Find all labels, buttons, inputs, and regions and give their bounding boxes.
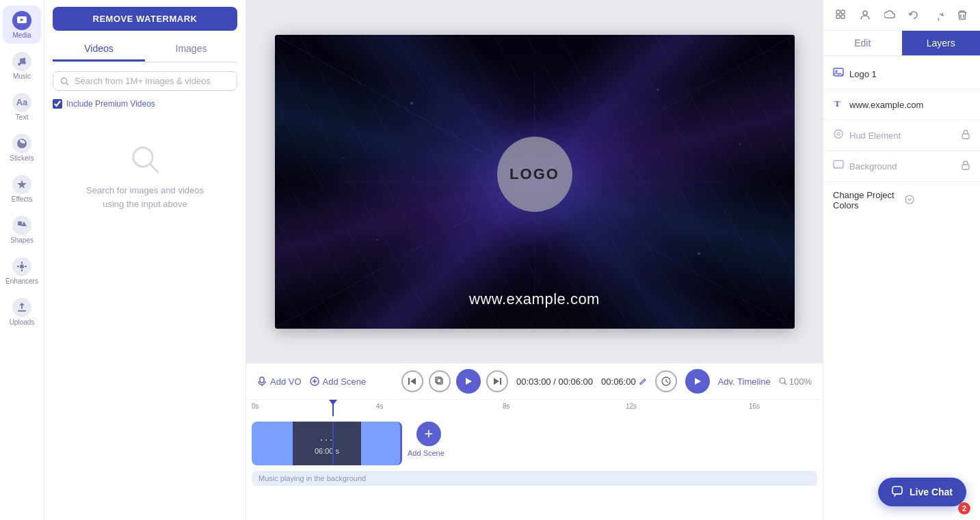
tab-images[interactable]: Images xyxy=(145,38,237,61)
sidebar-item-stickers[interactable]: Stickers xyxy=(3,128,41,167)
tab-videos[interactable]: Videos xyxy=(53,38,145,61)
divider-2 xyxy=(823,120,980,120)
search-empty-text: Search for images and videos using the i… xyxy=(86,184,204,210)
text-layer-icon: T xyxy=(833,98,844,111)
premium-checkbox[interactable] xyxy=(53,99,62,109)
zoom-control[interactable]: 100% xyxy=(779,377,812,387)
clip-left[interactable] xyxy=(252,422,293,465)
layer-logo1[interactable]: Logo 1 xyxy=(823,61,980,86)
clip-right[interactable] xyxy=(361,422,402,465)
svg-point-64 xyxy=(905,195,914,204)
svg-line-47 xyxy=(666,381,668,383)
add-scene-button[interactable]: + xyxy=(416,422,441,446)
play-button[interactable] xyxy=(456,369,481,394)
svg-line-18 xyxy=(535,35,795,182)
svg-point-29 xyxy=(376,238,378,241)
svg-marker-43 xyxy=(494,378,499,385)
svg-rect-33 xyxy=(260,377,264,383)
sidebar-item-media[interactable]: Media xyxy=(3,5,41,44)
sidebar-item-shapes[interactable]: Shapes xyxy=(3,210,41,249)
uploads-icon xyxy=(12,298,31,317)
svg-point-31 xyxy=(343,157,344,159)
playback-controls xyxy=(401,369,508,394)
redo-icon xyxy=(933,10,944,20)
clock-button[interactable] xyxy=(655,370,677,392)
text-icon: Aa xyxy=(12,93,31,112)
sidebar-item-enhancers[interactable]: Enhancers xyxy=(3,251,41,290)
add-vo-button[interactable]: Add VO xyxy=(257,377,302,387)
cloud-icon xyxy=(884,10,895,20)
adv-timeline-button[interactable]: Adv. Timeline xyxy=(718,377,771,387)
media-tabs: Videos Images xyxy=(53,38,237,63)
layer-background[interactable]: Background xyxy=(823,154,980,178)
play-button-2[interactable] xyxy=(685,369,710,394)
divider-1 xyxy=(823,89,980,90)
sidebar-item-music[interactable]: Music xyxy=(3,46,41,85)
duplicate-button[interactable] xyxy=(429,370,451,392)
change-project-colors-row[interactable]: Change Project Colors xyxy=(823,184,980,216)
ruler-tick-8s: 8s xyxy=(503,402,510,410)
tab-edit[interactable]: Edit xyxy=(823,31,902,55)
svg-rect-51 xyxy=(836,10,840,14)
cloud-icon-button[interactable] xyxy=(880,5,899,25)
music-icon xyxy=(12,52,31,71)
search-icon xyxy=(60,77,69,86)
redo-button[interactable] xyxy=(929,5,948,25)
svg-rect-53 xyxy=(836,15,840,18)
bg-lock-icon xyxy=(961,161,970,172)
canvas-area: LOGO www.example.com xyxy=(246,0,823,363)
tab-layers[interactable]: Layers xyxy=(902,31,981,55)
search-input[interactable] xyxy=(75,76,230,86)
layer-logo1-label: Logo 1 xyxy=(849,69,970,79)
timeline-area: Add VO Add Scene xyxy=(246,363,823,520)
sidebar-item-effects[interactable]: Effects xyxy=(3,169,41,208)
person-icon-button[interactable] xyxy=(856,5,875,25)
layer-url[interactable]: T www.example.com xyxy=(823,92,980,117)
undo-button[interactable] xyxy=(905,5,924,25)
divider-4 xyxy=(823,181,980,182)
change-colors-label: Change Project Colors xyxy=(833,190,899,210)
premium-label[interactable]: Include Premium Videos xyxy=(66,99,155,109)
microphone-icon xyxy=(257,377,267,386)
svg-rect-44 xyxy=(500,378,501,385)
add-scene-label: Add Scene xyxy=(408,449,445,457)
add-scene-top-button[interactable]: Add Scene xyxy=(310,377,367,387)
grid-icon xyxy=(836,10,847,20)
media-icon xyxy=(12,11,31,30)
bg-layer-icon xyxy=(833,159,844,173)
premium-checkbox-row: Include Premium Videos xyxy=(53,99,237,109)
chat-icon xyxy=(892,486,904,498)
skip-forward-icon xyxy=(492,377,502,386)
svg-point-57 xyxy=(836,70,838,72)
trash-button[interactable] xyxy=(953,5,972,25)
live-chat-button[interactable]: Live Chat xyxy=(878,478,966,506)
plus-circle-icon xyxy=(310,377,319,386)
skip-back-button[interactable] xyxy=(401,370,423,392)
svg-point-60 xyxy=(837,133,840,135)
play-icon xyxy=(464,377,473,385)
trash-icon xyxy=(957,10,968,20)
layer-hud-label: Hud Element xyxy=(849,131,955,141)
svg-marker-42 xyxy=(466,378,472,385)
remove-watermark-button[interactable]: REMOVE WATERMARK xyxy=(53,7,237,31)
layer-hud[interactable]: Hud Element xyxy=(823,123,980,148)
svg-rect-41 xyxy=(436,377,441,383)
search-empty-state: Search for images and videos using the i… xyxy=(44,115,246,238)
grid-icon-button[interactable] xyxy=(832,5,851,25)
skip-back-icon xyxy=(408,377,417,386)
right-panel-tabs: Edit Layers xyxy=(823,31,980,56)
svg-marker-4 xyxy=(17,180,27,189)
duration-display: 00:06:00 xyxy=(601,377,647,387)
svg-rect-40 xyxy=(437,379,442,384)
sidebar-item-uploads[interactable]: Uploads xyxy=(3,292,41,331)
svg-rect-63 xyxy=(962,165,969,169)
time-display: 00:03:00 / 00:06:00 xyxy=(516,377,593,387)
sidebar-item-text[interactable]: Aa Text xyxy=(3,87,41,126)
edit-duration-icon[interactable] xyxy=(639,377,647,385)
svg-rect-39 xyxy=(408,378,410,385)
play-icon-2 xyxy=(693,377,702,385)
canvas-preview: LOGO www.example.com xyxy=(275,35,795,329)
skip-forward-button[interactable] xyxy=(486,370,508,392)
music-track: Music playing in the background xyxy=(252,471,817,486)
clip-mid[interactable]: ··· 06:00 s xyxy=(293,422,361,465)
